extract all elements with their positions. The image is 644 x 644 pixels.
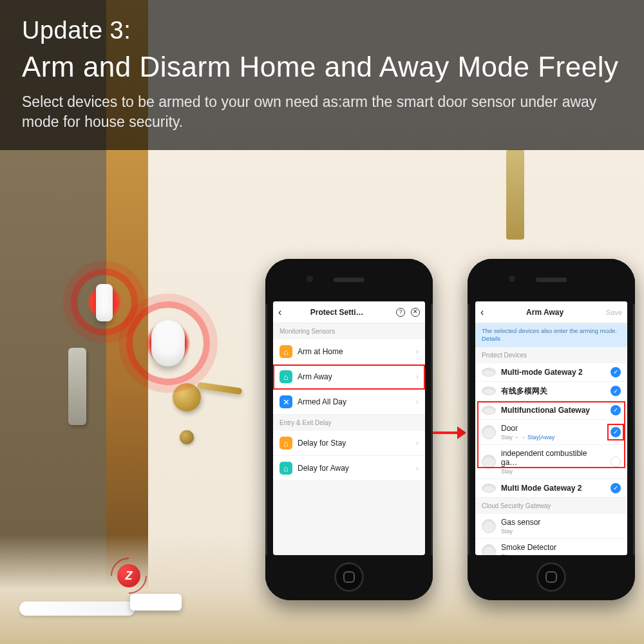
section-monitoring: Monitoring Sensors — [273, 323, 425, 339]
appbar-actions: ? ✕ — [392, 307, 420, 317]
row-delay-away[interactable]: ⌂ Delay for Away › — [273, 456, 425, 481]
chevron-right-icon: › — [416, 372, 419, 381]
row-arm-at-home[interactable]: ⌂ Arm at Home › — [273, 339, 425, 365]
row-arm-away[interactable]: ⌂ Arm Away › — [273, 365, 425, 390]
home-icon: ⌂ — [279, 345, 292, 358]
away-icon: ⌂ — [279, 462, 292, 475]
gateway-icon — [482, 386, 496, 395]
chevron-right-icon: › — [416, 439, 419, 448]
back-icon[interactable]: ‹ — [278, 307, 281, 318]
device-icon — [482, 544, 496, 555]
phone-protect-settings: ‹ Protect Setti… ? ✕ Monitoring Sensors … — [265, 259, 433, 600]
phone-arm-away: ‹ Arm Away Save The selected devices als… — [468, 259, 635, 600]
row-smoke-detector[interactable]: Smoke Detector Stay — [475, 539, 627, 555]
zigbee-hub — [130, 594, 182, 611]
arrow-icon — [433, 425, 466, 440]
row-armed-all-day[interactable]: ✕ Armed All Day › — [273, 390, 425, 415]
header-title: Arm and Disarm Home and Away Mode Freely — [22, 51, 622, 83]
chevron-right-icon: › — [416, 397, 419, 406]
gateway-icon — [482, 406, 496, 415]
gateway-icon — [482, 484, 496, 493]
checkbox-icon[interactable]: ✓ — [611, 483, 621, 493]
device-icon — [482, 455, 496, 469]
row-door-device[interactable]: Door Stay ←→ Stay|Away ✓ — [475, 420, 627, 445]
close-icon[interactable]: ✕ — [411, 308, 420, 317]
away-icon: ⌂ — [279, 370, 292, 383]
header-overlay: Update 3: Arm and Disarm Home and Away M… — [0, 0, 644, 150]
row-multifunctional-gateway[interactable]: Multifunctional Gateway ✓ — [475, 401, 627, 420]
home-button[interactable] — [334, 562, 364, 592]
row-gateway-after[interactable]: Multi Mode Gateway 2 ✓ — [475, 479, 627, 498]
section-delay: Entry & Exit Delay — [273, 415, 425, 431]
door-check-wrap: ✓ — [611, 427, 621, 437]
header-kicker: Update 3: — [22, 17, 622, 44]
chevron-right-icon: › — [416, 347, 419, 356]
checkbox-icon[interactable]: ✓ — [611, 427, 621, 437]
gateway-icon — [482, 368, 496, 377]
section-cloud: Cloud Security Gateway — [475, 498, 627, 514]
door-hinge — [506, 149, 524, 240]
door-handle — [173, 383, 201, 412]
allday-icon: ✕ — [279, 395, 292, 408]
home-icon: ⌂ — [279, 437, 292, 450]
save-button[interactable]: Save — [606, 308, 622, 316]
phone2-appbar: ‹ Arm Away Save — [475, 301, 627, 323]
row-gateway-2[interactable]: 有线多模网关 ✓ — [475, 382, 627, 401]
device-icon — [482, 425, 496, 439]
checkbox-icon[interactable]: ✓ — [611, 457, 621, 467]
row-combustible-device[interactable]: independent combustible ga… Stay ✓ — [475, 445, 627, 479]
checkbox-icon[interactable]: ✓ — [611, 386, 621, 396]
hub-cable — [19, 601, 135, 616]
info-banner: The selected devices also enter the armi… — [475, 323, 627, 347]
door-sensor-rect — [96, 284, 113, 321]
phone2-screen: ‹ Arm Away Save The selected devices als… — [475, 301, 627, 555]
row-delay-stay[interactable]: ⌂ Delay for Stay › — [273, 431, 425, 456]
checkbox-icon[interactable]: ✓ — [611, 367, 621, 377]
door-sensor-capsule — [151, 320, 185, 366]
row-gateway-1[interactable]: Multi-mode Gateway 2 ✓ — [475, 363, 627, 382]
door-latch — [68, 348, 86, 425]
help-icon[interactable]: ? — [396, 308, 405, 317]
door-lock — [180, 430, 194, 444]
back-icon[interactable]: ‹ — [480, 307, 484, 318]
phone1-screen: ‹ Protect Setti… ? ✕ Monitoring Sensors … — [273, 301, 425, 555]
device-icon — [482, 519, 496, 533]
phone1-title: Protect Setti… — [310, 308, 364, 317]
header-body: Select devices to be armed to your own n… — [22, 92, 614, 132]
chevron-right-icon: › — [416, 464, 419, 473]
banner-details-link[interactable]: Details — [482, 335, 621, 343]
phone2-title: Arm Away — [526, 308, 564, 317]
phone1-appbar: ‹ Protect Setti… ? ✕ — [273, 301, 425, 323]
row-gas-sensor[interactable]: Gas sensor Stay — [475, 514, 627, 539]
zigbee-icon: Z — [117, 564, 140, 587]
section-protect-devices: Protect Devices — [475, 347, 627, 363]
checkbox-icon[interactable]: ✓ — [611, 405, 621, 415]
home-button[interactable] — [536, 562, 566, 592]
